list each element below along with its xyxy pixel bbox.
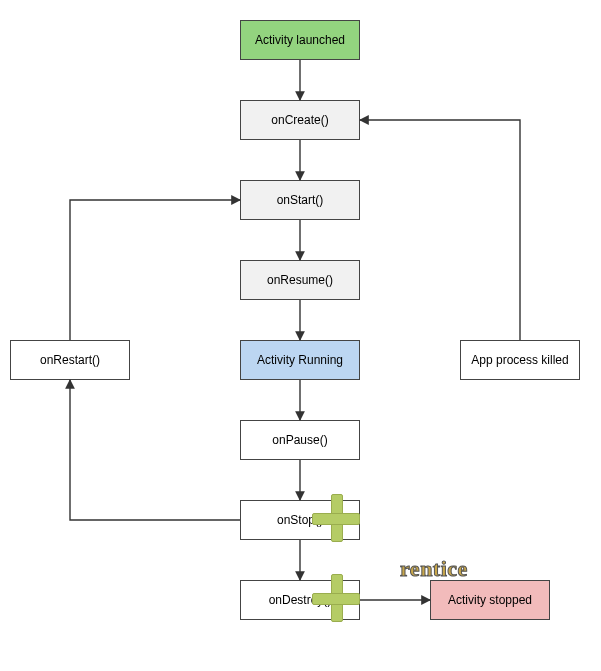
edge-killed-oncreate — [360, 120, 520, 340]
node-label: onRestart() — [40, 353, 100, 367]
node-activity-running: Activity Running — [240, 340, 360, 380]
node-label: onStop() — [277, 513, 323, 527]
node-label: onStart() — [277, 193, 324, 207]
lifecycle-diagram: Activity launched onCreate() onStart() o… — [0, 0, 601, 671]
node-activity-stopped: Activity stopped — [430, 580, 550, 620]
watermark-text: rentice — [400, 556, 468, 582]
node-label: onResume() — [267, 273, 333, 287]
node-label: onCreate() — [271, 113, 328, 127]
node-onstart: onStart() — [240, 180, 360, 220]
node-ondestroy: onDestroy() — [240, 580, 360, 620]
node-label: onDestroy() — [269, 593, 332, 607]
node-label: Activity Running — [257, 353, 343, 367]
node-label: onPause() — [272, 433, 327, 447]
node-label: Activity launched — [255, 33, 345, 47]
node-onpause: onPause() — [240, 420, 360, 460]
edge-onstop-onrestart — [70, 380, 240, 520]
node-app-process-killed: App process killed — [460, 340, 580, 380]
node-onresume: onResume() — [240, 260, 360, 300]
node-oncreate: onCreate() — [240, 100, 360, 140]
node-activity-launched: Activity launched — [240, 20, 360, 60]
node-onrestart: onRestart() — [10, 340, 130, 380]
edge-onrestart-onstart — [70, 200, 240, 340]
node-onstop: onStop() — [240, 500, 360, 540]
node-label: App process killed — [471, 353, 568, 367]
node-label: Activity stopped — [448, 593, 532, 607]
